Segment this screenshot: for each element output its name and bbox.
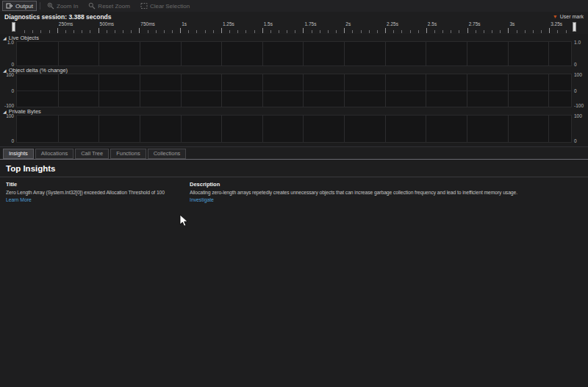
tab-allocations[interactable]: Allocations [35,149,74,159]
ruler-minor-tick [172,30,173,33]
user-mark-label: User mark [560,14,584,19]
table-row[interactable]: Zero Length Array (System.Int32[0]) exce… [6,190,582,203]
ruler-tick-label: 250ms [57,21,74,26]
gridline [344,116,345,142]
ruler-major-tick [180,28,181,33]
selection-handle-right[interactable] [573,22,576,32]
tab-call-tree[interactable]: Call Tree [75,149,109,159]
insights-table: Title Description Zero Length Array (Sys… [0,177,588,203]
gridline [181,74,182,107]
output-button-label: Output [15,3,33,10]
ruler-minor-tick [82,30,82,33]
zoom-in-button[interactable]: Zoom In [43,1,82,11]
clear-selection-button[interactable]: Clear Selection [137,1,193,11]
y-axis-left: 100 0 -100 [0,74,16,107]
chart-plot-live-objects[interactable] [16,41,572,66]
gridline [181,42,182,65]
ruler-minor-tick [500,30,501,33]
gridline [303,42,304,65]
gridline [262,42,263,65]
ruler-major-tick [303,28,304,33]
insight-title: Zero Length Array (System.Int32[0]) exce… [6,190,190,195]
ruler-tick-label: 3s [508,21,514,26]
table-header-row: Title Description [6,177,582,190]
ruler-tick-label: 2s [344,21,351,26]
ruler-major-tick [467,28,468,33]
investigate-link[interactable]: Investigate [190,197,214,202]
output-button[interactable]: Output [2,1,37,11]
y-axis-label: 1.0 [574,40,588,45]
clear-selection-icon [140,2,148,10]
ruler-major-tick [549,28,550,33]
ruler-tick-label: 500ms [98,21,115,26]
y-axis-label: 0 [0,62,14,67]
ruler-minor-tick [115,30,115,33]
chart-header-live-objects[interactable]: ◢ Live Objects [0,34,588,41]
insight-description-cell: Allocating zero-length arrays repetedly … [190,190,582,203]
ruler-minor-tick [541,30,542,33]
reset-zoom-icon [88,2,96,10]
y-axis-left: 100 0 [0,115,16,143]
y-axis-label: -100 [0,103,14,108]
gridline [467,74,467,107]
learn-more-link[interactable]: Learn More [6,197,32,202]
gridline [221,42,222,65]
y-axis-label: 0 [574,138,588,143]
ruler-tick-label: 2.25s [385,21,398,26]
ruler-minor-tick [336,30,337,33]
y-axis-label: 100 [574,72,588,77]
gridline [140,116,140,142]
ruler-minor-tick [74,30,74,33]
insights-panel: Top Insights Title Description Zero Leng… [0,160,588,203]
ruler-minor-tick [254,30,255,33]
tab-functions[interactable]: Functions [110,149,146,159]
zoom-in-button-label: Zoom In [57,3,78,10]
ruler-tick-label: 2.5s [426,21,437,26]
y-axis-label: 0 [0,88,14,93]
gridline [508,74,509,107]
chart-header-private-bytes[interactable]: ◢ Private Bytes [0,107,588,115]
gridline [426,74,426,107]
ruler-minor-tick [401,30,402,33]
ruler-minor-tick [270,30,271,33]
timeline-ruler[interactable]: 250ms500ms750ms1s1.25s1.5s1.75s2s2.25s2.… [16,21,572,33]
tab-collections[interactable]: Collections [148,149,187,159]
gridline [303,116,304,142]
ruler-minor-tick [156,30,157,33]
ruler-minor-tick [369,30,370,33]
y-axis-right: 100 0 -100 [572,74,588,107]
ruler-minor-tick [352,30,353,33]
gridline [508,116,509,142]
chart-live-objects: ◢ Live Objects 1.0 0 1.0 0 [0,34,588,66]
y-axis-label: 0 [574,62,588,67]
ruler-minor-tick [164,30,165,33]
ruler-minor-tick [131,30,132,33]
ruler-track[interactable]: 250ms500ms750ms1s1.25s1.5s1.75s2s2.25s2.… [16,21,572,33]
ruler-minor-tick [213,30,214,33]
chart-plot-private-bytes[interactable] [16,115,572,143]
session-row: Diagnostics session: 3.388 seconds ▼ Use… [0,12,588,21]
selection-handle-left[interactable] [12,22,15,32]
mouse-cursor [179,214,188,227]
chart-private-bytes: ◢ Private Bytes 100 0 100 0 [0,107,588,143]
gridline [467,116,467,142]
chart-header-object-delta[interactable]: ◢ Object delta (% change) [0,66,588,74]
reset-zoom-button[interactable]: Reset Zoom [85,1,134,11]
reset-zoom-button-label: Reset Zoom [98,3,130,10]
ruler-minor-tick [32,30,33,33]
gridline [221,116,222,142]
gridline [262,116,263,142]
ruler-major-tick [344,28,345,33]
y-axis-label: 0 [0,138,14,143]
ruler-minor-tick [517,30,517,33]
chart-plot-object-delta[interactable] [16,74,572,107]
chart-title: Object delta (% change) [9,67,68,74]
zoom-in-icon [47,2,54,10]
gridline [548,74,549,107]
ruler-minor-tick [237,30,238,33]
ruler-minor-tick [245,30,246,33]
gridline [548,42,549,65]
ruler-minor-tick [476,30,476,33]
ruler-minor-tick [295,30,295,33]
tab-insights[interactable]: Insights [3,149,34,159]
